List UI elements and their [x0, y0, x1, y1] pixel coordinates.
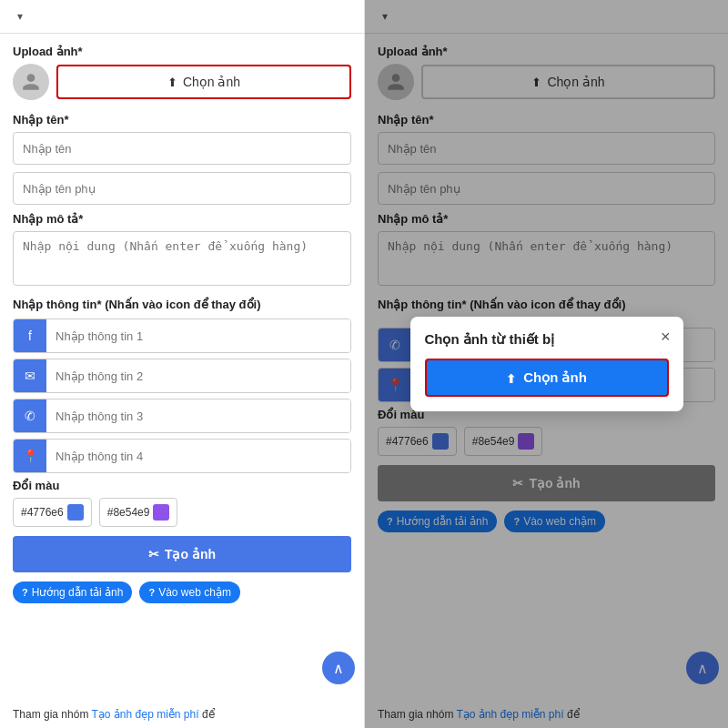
left-info-input-2[interactable]	[46, 359, 350, 392]
left-footer-link[interactable]: Tạo ảnh đẹp miễn phí	[92, 708, 199, 721]
left-person-icon	[21, 72, 41, 92]
left-guide-btn[interactable]: Hướng dẫn tải ảnh	[13, 581, 132, 603]
left-color1-swatch[interactable]	[67, 504, 84, 521]
modal-overlay[interactable]: Chọn ảnh từ thiết bị × Chọn ảnh	[365, 0, 728, 728]
left-color2-swatch[interactable]	[153, 504, 169, 521]
left-chevron-icon[interactable]: ▾	[11, 7, 29, 25]
left-info-label: Nhập thông tin* (Nhấn vào icon để thay đ…	[13, 298, 351, 311]
left-location-icon[interactable]: 📍	[14, 440, 46, 472]
left-web-btn-label: Vào web chậm	[158, 586, 231, 599]
left-info-row-2: ✉	[13, 359, 351, 393]
left-guide-btn-label: Hướng dẫn tải ảnh	[32, 586, 124, 599]
left-choose-btn-label: Chọn ảnh	[183, 75, 240, 89]
left-color-section: Đổi màu #4776e6 #8e54e9	[13, 479, 351, 527]
left-name-input[interactable]	[13, 132, 351, 165]
left-footer-text: Tham gia nhóm	[13, 708, 92, 721]
left-info-row-1: f	[13, 318, 351, 353]
left-phone-icon[interactable]: ✆	[14, 399, 46, 432]
left-web-question-icon	[148, 586, 155, 599]
left-desc-label: Nhập mô tả*	[13, 212, 351, 226]
left-subname-input[interactable]	[13, 172, 351, 205]
left-color-pair-1[interactable]: #4776e6	[13, 498, 92, 527]
left-footer-suffix: để	[202, 708, 215, 721]
left-create-btn-label: Tạo ảnh	[165, 547, 216, 561]
modal-close-btn[interactable]: ×	[661, 328, 671, 347]
left-color1-text: #4776e6	[21, 506, 64, 519]
left-mail-icon[interactable]: ✉	[14, 359, 46, 392]
modal-choose-btn-label: Chọn ảnh	[523, 369, 587, 386]
left-question-icon	[22, 586, 28, 599]
modal-box: Chọn ảnh từ thiết bị × Chọn ảnh	[410, 317, 683, 411]
left-info-input-1[interactable]	[46, 319, 350, 352]
left-info-row-3: ✆	[13, 399, 351, 433]
left-desc-textarea[interactable]	[13, 231, 351, 286]
left-panel-header: ▾	[0, 0, 364, 34]
left-avatar-placeholder	[13, 64, 49, 100]
left-panel: ▾ Upload ảnh* Chọn ảnh Nhập tên* Nhập mô…	[0, 0, 364, 728]
modal-title: Chọn ảnh từ thiết bị	[425, 331, 669, 348]
left-color-row: #4776e6 #8e54e9	[13, 498, 351, 527]
right-panel: ▾ Upload ảnh* Chọn ảnh Nhập tên* Nhập mô…	[364, 0, 728, 728]
left-create-btn[interactable]: Tạo ảnh	[13, 536, 351, 572]
left-choose-btn[interactable]: Chọn ảnh	[56, 65, 351, 99]
left-name-label: Nhập tên*	[13, 113, 351, 126]
left-footer: Tham gia nhóm Tạo ảnh đẹp miễn phí để	[0, 708, 364, 728]
left-info-input-3[interactable]	[46, 399, 350, 432]
modal-choose-btn[interactable]: Chọn ảnh	[425, 359, 669, 397]
left-panel-body: Upload ảnh* Chọn ảnh Nhập tên* Nhập mô t…	[0, 34, 364, 708]
left-upload-row: Chọn ảnh	[13, 64, 351, 100]
left-scroll-top-btn[interactable]: ∧	[322, 652, 355, 684]
left-upload-label: Upload ảnh*	[13, 45, 351, 58]
left-color-label: Đổi màu	[13, 479, 351, 492]
left-bottom-links: Hướng dẫn tải ảnh Vào web chậm	[13, 581, 351, 603]
left-web-btn[interactable]: Vào web chậm	[139, 581, 239, 603]
left-info-input-4[interactable]	[46, 440, 350, 472]
left-upload-icon	[167, 75, 177, 89]
left-scissors-icon	[148, 547, 159, 561]
left-info-row-4: 📍	[13, 439, 351, 473]
left-facebook-icon[interactable]: f	[14, 319, 46, 352]
left-color2-text: #8e54e9	[107, 506, 150, 519]
modal-upload-icon	[506, 370, 516, 386]
left-color-pair-2[interactable]: #8e54e9	[99, 498, 178, 527]
